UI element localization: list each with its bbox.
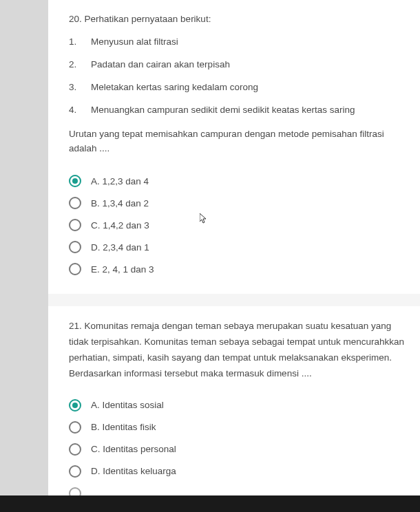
item-number: 3. [69, 81, 91, 94]
option-label: A. Identitas sosial [91, 400, 164, 410]
item-number: 1. [69, 36, 91, 49]
bottom-bar [0, 495, 420, 512]
q20-option-c[interactable]: C. 1,4,2 dan 3 [69, 214, 406, 236]
option-label: C. 1,4,2 dan 3 [91, 220, 149, 231]
question-20-card: 20. Perhatikan pernyataan berikut: 1. Me… [48, 0, 420, 294]
question-21-text: 21. Komunitas remaja dengan teman sebaya… [69, 319, 406, 382]
q21-option-c[interactable]: C. Identitas personal [69, 438, 406, 460]
option-label: B. 1,3,4 dan 2 [91, 198, 149, 209]
question-20-header: 20. Perhatikan pernyataan berikut: [69, 12, 406, 26]
q20-item-2: 2. Padatan dan cairan akan terpisah [69, 58, 406, 72]
option-label: E. 2, 4, 1 dan 3 [91, 264, 154, 275]
q20-item-1: 1. Menyusun alat filtrasi [69, 36, 406, 49]
option-label: C. Identitas personal [91, 444, 176, 454]
item-text: Padatan dan cairan akan terpisah [91, 58, 230, 72]
option-label: A. 1,2,3 dan 4 [91, 176, 149, 186]
item-text: Meletakan kertas saring kedalam corong [91, 81, 258, 94]
option-label: B. Identitas fisik [91, 422, 156, 432]
radio-icon [69, 197, 81, 209]
option-label: D. Identitas keluarga [91, 466, 176, 476]
question-21-card: 21. Komunitas remaja dengan teman sebaya… [48, 306, 420, 512]
q20-option-a[interactable]: A. 1,2,3 dan 4 [69, 170, 406, 192]
q20-item-3: 3. Meletakan kertas saring kedalam coron… [69, 81, 406, 94]
page-container: 20. Perhatikan pernyataan berikut: 1. Me… [48, 0, 420, 512]
q20-option-e[interactable]: E. 2, 4, 1 dan 3 [69, 258, 406, 280]
q20-option-d[interactable]: D. 2,3,4 dan 1 [69, 236, 406, 258]
radio-icon [69, 175, 81, 187]
q20-item-4: 4. Menuangkan campuran sedikit demi sedi… [69, 104, 406, 117]
option-label: D. 2,3,4 dan 1 [91, 242, 149, 253]
q21-option-a[interactable]: A. Identitas sosial [69, 394, 406, 416]
radio-icon [69, 219, 81, 231]
radio-icon [69, 443, 81, 456]
q21-option-d[interactable]: D. Identitas keluarga [69, 460, 406, 482]
radio-icon [69, 421, 81, 434]
radio-icon [69, 241, 81, 253]
item-text: Menyusun alat filtrasi [91, 36, 178, 49]
q21-option-b[interactable]: B. Identitas fisik [69, 416, 406, 438]
radio-icon [69, 399, 81, 412]
radio-icon [69, 465, 81, 478]
q20-option-b[interactable]: B. 1,3,4 dan 2 [69, 192, 406, 214]
radio-icon [69, 263, 81, 275]
item-text: Menuangkan campuran sedikit demi sedikit… [91, 104, 355, 117]
item-number: 2. [69, 58, 91, 72]
question-20-prompt: Urutan yang tepat memisahkan campuran de… [69, 127, 406, 156]
item-number: 4. [69, 104, 91, 117]
